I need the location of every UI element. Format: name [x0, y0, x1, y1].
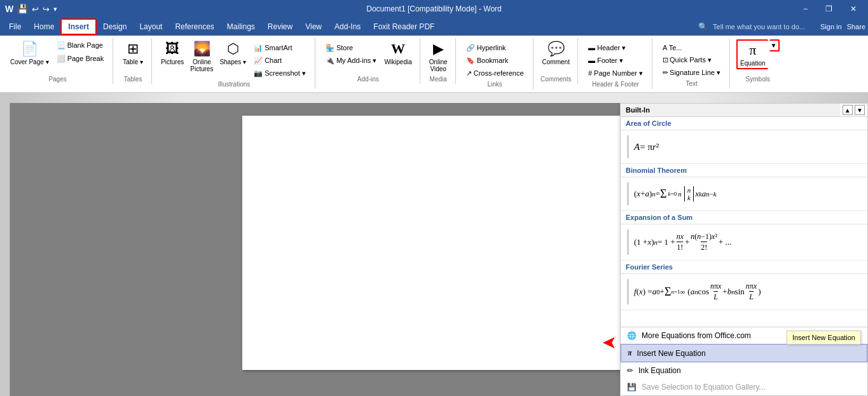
ribbon-group-links: 🔗 Hyperlink 🔖 Bookmark ↗ Cross-reference… — [457, 38, 534, 89]
quick-access-customize[interactable]: ▾ — [53, 5, 57, 13]
close-button[interactable]: ✕ — [844, 2, 863, 16]
menu-review[interactable]: Review — [261, 20, 299, 34]
area-of-circle-item[interactable]: A = πr² — [621, 130, 867, 164]
minimize-button[interactable]: − — [797, 2, 814, 16]
shapes-btn[interactable]: ⬡ Shapes ▾ — [217, 39, 249, 67]
equation-dropdown-btn[interactable]: ▼ — [769, 39, 780, 51]
ribbon-group-tables: ⊞ Table ▾ Tables — [114, 38, 152, 84]
menu-file[interactable]: File — [3, 20, 27, 34]
table-btn[interactable]: ⊞ Table ▾ — [120, 39, 146, 67]
fourier-series-title: Fourier Series — [621, 261, 867, 274]
text-area-btn[interactable]: A Te... — [659, 42, 724, 53]
ribbon: 📄 Cover Page ▾ 📃 Blank Page ⬜ Page Break… — [0, 36, 868, 93]
footer-btn[interactable]: ▬ Footer ▾ — [584, 55, 647, 67]
horizontal-ruler — [10, 93, 868, 103]
dropdown-scroll-area: Area of Circle A = πr² Binomial Theorem … — [621, 117, 867, 327]
smartart-btn[interactable]: 📊 SmartArt — [250, 42, 310, 54]
insert-new-equation-icon: π — [628, 348, 632, 358]
header-btn[interactable]: ▬ Header ▾ — [584, 42, 647, 54]
menu-addins[interactable]: Add-Ins — [328, 20, 367, 34]
quick-access-redo[interactable]: ↪ — [43, 4, 50, 14]
binomial-theorem-item[interactable]: (x + a)n = Σ k=0 n nk xkan−k — [621, 177, 867, 211]
ink-equation-icon: ✏ — [627, 366, 633, 375]
vertical-ruler — [0, 103, 10, 396]
menu-design[interactable]: Design — [97, 20, 133, 34]
page-break-btn[interactable]: ⬜ Page Break — [53, 53, 108, 65]
more-equations-label: More Equations from Office.com — [642, 331, 751, 340]
online-pictures-btn[interactable]: 🌄 OnlinePictures — [188, 39, 216, 74]
comment-btn[interactable]: 💬 Comment — [540, 39, 572, 67]
word-icon: W — [5, 4, 13, 14]
expansion-of-sum-formula: (1 + x)n = 1 + nx 1! + n(n−1)x² 2! + ... — [627, 229, 861, 255]
quick-access-undo[interactable]: ↩ — [32, 4, 39, 14]
pages-group-label: Pages — [48, 74, 66, 83]
dropdown-header: Built-In — [621, 104, 840, 117]
store-btn[interactable]: 🏪 Store — [322, 42, 381, 54]
ribbon-group-addins: 🏪 Store 🔌 My Add-ins ▾ W Wikipedia Add-i… — [317, 38, 420, 84]
dropdown-scroll-down[interactable]: ▼ — [855, 105, 865, 115]
share-btn[interactable]: Share — [847, 23, 865, 31]
menu-references[interactable]: References — [169, 20, 220, 34]
more-equations-icon: 🌐 — [627, 331, 637, 340]
illustrations-group-label: Illustrations — [218, 79, 251, 88]
wikipedia-icon: W — [391, 41, 405, 57]
blank-page-btn[interactable]: 📃 Blank Page — [53, 39, 108, 51]
ink-equation-btn[interactable]: ✏ Ink Equation — [621, 362, 867, 379]
comments-group-label: Comments — [541, 74, 571, 83]
save-selection-label: Save Selection to Equation Gallery... — [642, 383, 766, 392]
quick-access-save[interactable]: 💾 — [17, 4, 28, 14]
signature-line-label: Signature Line ▾ — [670, 69, 720, 77]
cross-ref-btn[interactable]: ↗ Cross-reference — [462, 67, 528, 79]
fourier-series-formula: f(x) = a0 + Σ n=1 ∞ (ancos nπx L + bnsin… — [627, 279, 861, 304]
my-addins-btn[interactable]: 🔌 My Add-ins ▾ — [322, 55, 381, 67]
tables-group-label: Tables — [124, 74, 142, 83]
cover-page-btn[interactable]: 📄 Cover Page ▾ — [8, 39, 52, 67]
online-pictures-icon: 🌄 — [193, 41, 210, 57]
menu-layout[interactable]: Layout — [133, 20, 169, 34]
equation-icon: π — [749, 42, 756, 58]
equation-label: Equation — [740, 60, 765, 67]
equation-dropdown-panel: Built-In ▲ ▼ Area of Circle A = πr² Bino… — [620, 103, 868, 396]
title-bar-left: W 💾 ↩ ↪ ▾ — [5, 4, 57, 14]
tell-me-input[interactable]: Tell me what you want to do... — [713, 23, 805, 31]
area-of-circle-formula: A = πr² — [627, 135, 861, 158]
page-number-btn[interactable]: # Page Number ▾ — [584, 67, 647, 79]
menu-home[interactable]: Home — [27, 20, 60, 34]
sign-in-btn[interactable]: Sign in — [820, 23, 842, 31]
signature-line-btn[interactable]: ✏ Signature Line ▾ — [659, 67, 724, 79]
pictures-btn[interactable]: 🖼 Pictures — [158, 39, 186, 67]
menu-foxit[interactable]: Foxit Reader PDF — [367, 20, 441, 34]
ribbon-group-media: ▶ OnlineVideo Media — [422, 38, 456, 84]
expansion-of-sum-item[interactable]: (1 + x)n = 1 + nx 1! + n(n−1)x² 2! + ... — [621, 224, 867, 261]
quick-parts-btn[interactable]: ⊡ Quick Parts ▾ — [659, 54, 724, 66]
ribbon-group-symbols: π Equation ▼ Symbols — [731, 38, 784, 84]
ruler — [0, 93, 868, 103]
dropdown-scroll-up[interactable]: ▲ — [843, 105, 853, 115]
fourier-series-item[interactable]: f(x) = a0 + Σ n=1 ∞ (ancos nπx L + bnsin… — [621, 274, 867, 310]
hyperlink-btn[interactable]: 🔗 Hyperlink — [462, 42, 528, 54]
symbols-group-label: Symbols — [746, 74, 770, 83]
online-video-icon: ▶ — [433, 41, 444, 57]
ribbon-group-illustrations: 🖼 Pictures 🌄 OnlinePictures ⬡ Shapes ▾ 📊… — [153, 38, 315, 89]
main-area: Built-In ▲ ▼ Area of Circle A = πr² Bino… — [0, 103, 868, 396]
pictures-icon: 🖼 — [165, 41, 179, 57]
ribbon-group-header-footer: ▬ Header ▾ ▬ Footer ▾ # Page Number ▾ He… — [579, 38, 652, 89]
menu-insert[interactable]: Insert — [60, 18, 97, 35]
save-selection-btn[interactable]: 💾 Save Selection to Equation Gallery... — [621, 379, 867, 395]
equation-dropdown-arrow: ▼ — [771, 42, 777, 49]
links-group-label: Links — [487, 79, 502, 88]
bookmark-btn[interactable]: 🔖 Bookmark — [462, 55, 528, 67]
ribbon-group-pages: 📄 Cover Page ▾ 📃 Blank Page ⬜ Page Break… — [3, 38, 113, 84]
title-bar: W 💾 ↩ ↪ ▾ Document1 [Compatibility Mode]… — [0, 0, 868, 18]
menu-view[interactable]: View — [299, 20, 328, 34]
menu-mailings[interactable]: Mailings — [221, 20, 261, 34]
online-video-btn[interactable]: ▶ OnlineVideo — [427, 39, 450, 74]
equation-btn[interactable]: π Equation — [736, 39, 768, 69]
screenshot-btn[interactable]: 📷 Screenshot ▾ — [250, 67, 310, 79]
comment-icon: 💬 — [548, 41, 565, 57]
chart-btn[interactable]: 📈 Chart — [250, 55, 310, 67]
table-icon: ⊞ — [127, 41, 139, 57]
restore-button[interactable]: ❐ — [819, 2, 839, 16]
insert-new-equation-btn[interactable]: π Insert New Equation — [621, 344, 867, 362]
wikipedia-btn[interactable]: W Wikipedia — [382, 39, 414, 67]
